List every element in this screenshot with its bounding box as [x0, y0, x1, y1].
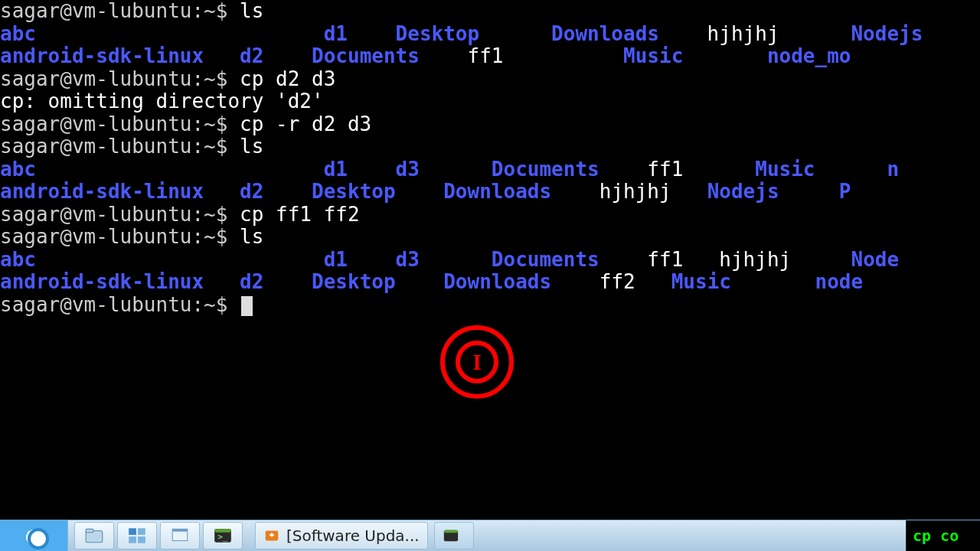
launcher-show-desktop[interactable] — [160, 522, 200, 549]
file-manager-icon — [83, 526, 106, 546]
terminal-line: android-sdk-linux d2 Documents ff1 Music… — [0, 45, 980, 68]
terminal-icon: >_ — [211, 526, 234, 546]
terminal-line: sagar@vm-lubuntu:~$ cp -r d2 d3 — [0, 113, 980, 136]
svg-rect-13 — [444, 530, 458, 533]
click-indicator: I — [440, 325, 514, 399]
terminal-line: abc d1 d3 Documents ff1 Music n — [0, 158, 980, 181]
taskbar-right-overlay: cp co — [906, 520, 980, 551]
switcher-icon — [126, 526, 149, 546]
terminal-output[interactable]: sagar@vm-lubuntu:~$ lsabc d1 Desktop Dow… — [0, 0, 980, 520]
terminal-line: sagar@vm-lubuntu:~$ cp ff1 ff2 — [0, 204, 980, 227]
cursor — [241, 296, 253, 316]
terminal-line: abc d1 Desktop Downloads hjhjhj Nodejs — [0, 23, 980, 46]
minimize-all-icon — [168, 526, 191, 546]
terminal-line: android-sdk-linux d2 Desktop Downloads f… — [0, 271, 980, 294]
update-icon — [263, 527, 280, 544]
terminal-line: sagar@vm-lubuntu:~$ ls — [0, 135, 980, 158]
terminal-line: sagar@vm-lubuntu:~$ cp d2 d3 — [0, 68, 980, 91]
terminal-line: cp: omitting directory 'd2' — [0, 90, 980, 113]
terminal-line: sagar@vm-lubuntu:~$ ls — [0, 226, 980, 249]
terminal-line: sagar@vm-lubuntu:~$ ls — [0, 0, 980, 23]
taskbar-task-label: [Software Upda... — [286, 527, 420, 545]
ibeam-cursor-icon: I — [472, 350, 482, 373]
terminal-line: abc d1 d3 Documents ff1 hjhjhj Node — [0, 249, 980, 272]
svg-rect-1 — [86, 529, 93, 532]
taskbar-task-software-updater[interactable]: [Software Upda... — [255, 522, 428, 549]
taskbar: >_ [Software Upda... cp co — [0, 520, 980, 551]
launcher-file-manager[interactable] — [74, 522, 114, 549]
svg-rect-4 — [129, 536, 136, 543]
svg-rect-7 — [172, 529, 188, 531]
svg-rect-2 — [129, 528, 136, 535]
svg-rect-5 — [138, 536, 145, 543]
taskbar-task-terminal[interactable] — [434, 522, 474, 549]
quick-launch: >_ — [68, 522, 249, 549]
terminal-line: sagar@vm-lubuntu:~$ — [0, 294, 980, 317]
svg-rect-3 — [138, 528, 145, 535]
launcher-workspace-switcher[interactable] — [117, 522, 157, 549]
terminal-icon — [443, 527, 459, 544]
launcher-terminal[interactable]: >_ — [203, 522, 243, 549]
terminal-line: android-sdk-linux d2 Desktop Downloads h… — [0, 181, 980, 204]
svg-text:>_: >_ — [218, 532, 229, 542]
start-menu-button[interactable] — [0, 520, 68, 551]
